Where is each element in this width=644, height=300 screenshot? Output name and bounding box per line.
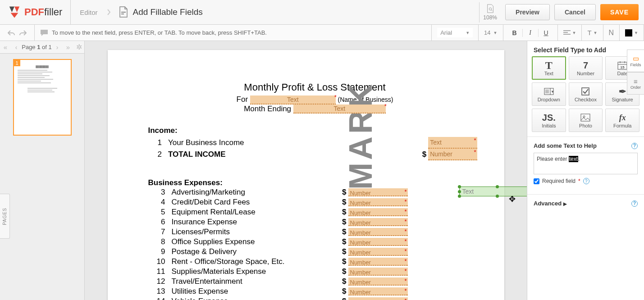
expense-row: 11Supplies/Materials Expense $ Number* <box>153 267 477 277</box>
underline-button[interactable]: U <box>540 27 552 39</box>
expense-field[interactable]: Number* <box>348 238 408 246</box>
watermark-text: MARK <box>342 82 379 190</box>
order-tab-icon: ≡ <box>634 77 638 85</box>
style-group: B I U <box>503 25 558 41</box>
expense-field[interactable]: Number* <box>348 198 408 206</box>
undo-redo <box>0 25 35 41</box>
expense-row: 3Advertising/Marketing $ Number* <box>153 187 477 197</box>
side-tab-fields[interactable]: ▭ Fields <box>627 50 644 72</box>
cancel-button[interactable]: Cancel <box>554 4 596 20</box>
italic-button[interactable]: I <box>525 27 536 39</box>
field-type-number[interactable]: 7Number <box>569 56 603 80</box>
workspace: « ‹ Page 1 of 1 › » ✲ 1 ████████ <box>0 41 644 300</box>
required-checkbox[interactable] <box>534 178 539 184</box>
number-icon: 7 <box>583 60 588 71</box>
expenses-header: Business Expenses: <box>148 178 477 187</box>
expense-field[interactable]: Number* <box>348 258 408 266</box>
hint-text: To move to the next field, press ENTER, … <box>52 29 267 36</box>
brand-logo[interactable]: PDFfiller <box>0 0 71 24</box>
expense-field[interactable]: Number* <box>348 188 408 196</box>
for-row: For Text* (Name of Business) <box>153 95 477 105</box>
dropdown-icon: ▾ <box>544 86 554 97</box>
page-next-button[interactable]: › <box>52 43 63 51</box>
field-type-formula[interactable]: fxFormula <box>605 109 639 132</box>
active-text-field[interactable]: 🗑 Text <box>459 186 527 196</box>
pages-tab[interactable]: PAGES <box>0 194 10 239</box>
thumbnail-settings-icon[interactable]: ✲ <box>73 43 84 51</box>
date-icon: 15 <box>617 60 627 71</box>
text-tool-group[interactable]: T▼ <box>582 25 603 41</box>
help-header-label: Add some Text to Help <box>534 142 597 149</box>
income-row: 1Your Business Income Text* <box>153 137 477 149</box>
side-tab-order[interactable]: ≡ Order <box>627 72 644 95</box>
help-icon[interactable]: ? <box>583 178 589 184</box>
thumbnail-badge: 1 <box>14 60 20 66</box>
expense-field[interactable]: Number* <box>348 218 408 226</box>
advanced-section[interactable]: Advanced ▶ ? <box>527 194 644 212</box>
pages-tab-label: PAGES <box>2 208 7 225</box>
page-title-area: Add Fillable Fields <box>111 6 474 18</box>
income-header: Income: <box>148 126 477 135</box>
normal-button[interactable]: N <box>603 25 620 41</box>
income-row: 2TOTAL INCOME $ Number* <box>153 149 477 160</box>
expense-row: 9Postage & Delivery $ Number* <box>153 247 477 257</box>
document-canvas[interactable]: MARK Monthly Profit & Loss Statement For… <box>85 41 527 300</box>
help-text-section: Add some Text to Help ? Please enter tex… <box>527 136 644 190</box>
page-title: Add Fillable Fields <box>133 7 203 17</box>
svg-rect-4 <box>121 14 124 14</box>
font-size-select[interactable]: 14▼ <box>479 25 503 41</box>
zoom-control[interactable]: 108% <box>479 2 501 23</box>
page-last-button[interactable]: » <box>63 43 73 51</box>
expense-field[interactable]: Number* <box>348 297 408 300</box>
field-type-text[interactable]: TText <box>532 56 566 80</box>
business-name-field[interactable]: Text* <box>250 95 336 105</box>
font-family-select[interactable]: Arial▼ <box>432 25 479 41</box>
field-type-checkbox[interactable]: Checkbox <box>569 82 603 106</box>
help-text-input[interactable]: Please enter text. <box>534 153 638 174</box>
document-zoom-icon <box>486 4 494 13</box>
logo-icon <box>8 6 21 18</box>
bold-button[interactable]: B <box>509 27 521 39</box>
color-picker[interactable]: ▼ <box>620 25 644 41</box>
field-type-initials[interactable]: JS.Initials <box>532 109 566 132</box>
preview-button[interactable]: Preview <box>505 4 550 20</box>
align-icon <box>563 30 571 36</box>
expense-field[interactable]: Number* <box>348 268 408 276</box>
formula-icon: fx <box>619 112 626 123</box>
page-indicator: Page 1 of 1 <box>22 44 52 50</box>
expense-field[interactable]: Number* <box>348 287 408 295</box>
expense-row: 6Insurance Expense $ Number* <box>153 217 477 227</box>
expense-field[interactable]: Number* <box>348 228 408 236</box>
month-row: Month Ending Text* <box>153 105 477 114</box>
income-field[interactable]: Text* <box>428 137 477 149</box>
redo-button[interactable] <box>17 27 29 39</box>
svg-marker-2 <box>11 13 18 18</box>
save-button[interactable]: SAVE <box>600 4 639 20</box>
expense-row: 13Utilities Expense $ Number* <box>153 286 477 296</box>
chevron-right-icon <box>107 8 111 17</box>
income-field[interactable]: Number* <box>428 149 477 160</box>
help-icon[interactable]: ? <box>631 143 638 149</box>
page-thumbnail[interactable]: 1 ████████ <box>13 59 72 136</box>
expense-row: 10Rent - Office/Storage Space, Etc. $ Nu… <box>153 257 477 267</box>
app-header: PDFfiller Editor Add Fillable Fields 108… <box>0 0 644 25</box>
comment-icon <box>40 29 48 36</box>
signature-icon: ✒ <box>619 86 626 97</box>
align-group[interactable]: ▼ <box>558 25 582 41</box>
expense-row: 7Licenses/Permits $ Number* <box>153 227 477 237</box>
page-first-button[interactable]: « <box>0 43 11 51</box>
expense-field[interactable]: Number* <box>348 248 408 256</box>
svg-point-23 <box>583 116 585 118</box>
zoom-value: 108% <box>483 14 497 21</box>
svg-rect-22 <box>581 114 590 121</box>
field-type-dropdown[interactable]: ▾Dropdown <box>532 82 566 106</box>
help-icon[interactable]: ? <box>631 200 638 207</box>
expense-field[interactable]: Number* <box>348 277 408 286</box>
expense-field[interactable]: Number* <box>348 208 408 216</box>
undo-button[interactable] <box>5 27 17 39</box>
page-prev-button[interactable]: ‹ <box>11 43 22 51</box>
thumbnail-preview: ████████ <box>14 60 71 97</box>
month-ending-field[interactable]: Text* <box>293 105 386 114</box>
field-type-photo[interactable]: Photo <box>569 109 603 132</box>
breadcrumb[interactable]: Editor <box>71 9 106 16</box>
